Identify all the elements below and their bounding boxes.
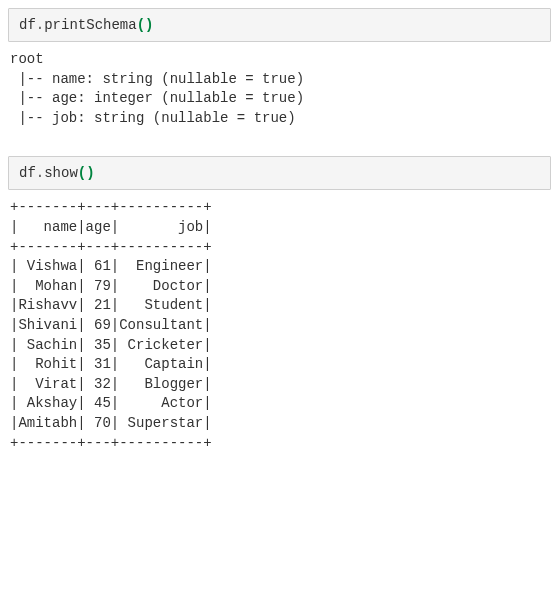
- code-method: show: [44, 165, 78, 181]
- code-rparen: ): [145, 17, 153, 33]
- code-cell-printschema[interactable]: df.printSchema(): [8, 8, 551, 42]
- code-object: df: [19, 17, 36, 33]
- code-dot: .: [36, 17, 44, 33]
- code-lparen: (: [137, 17, 145, 33]
- code-object: df: [19, 165, 36, 181]
- cell-spacer: [8, 136, 551, 156]
- output-schema: root |-- name: string (nullable = true) …: [8, 42, 551, 136]
- code-cell-show[interactable]: df.show(): [8, 156, 551, 190]
- code-lparen: (: [78, 165, 86, 181]
- output-table: +-------+---+----------+ | name|age| job…: [8, 190, 551, 461]
- code-rparen: ): [86, 165, 94, 181]
- code-method: printSchema: [44, 17, 136, 33]
- code-dot: .: [36, 165, 44, 181]
